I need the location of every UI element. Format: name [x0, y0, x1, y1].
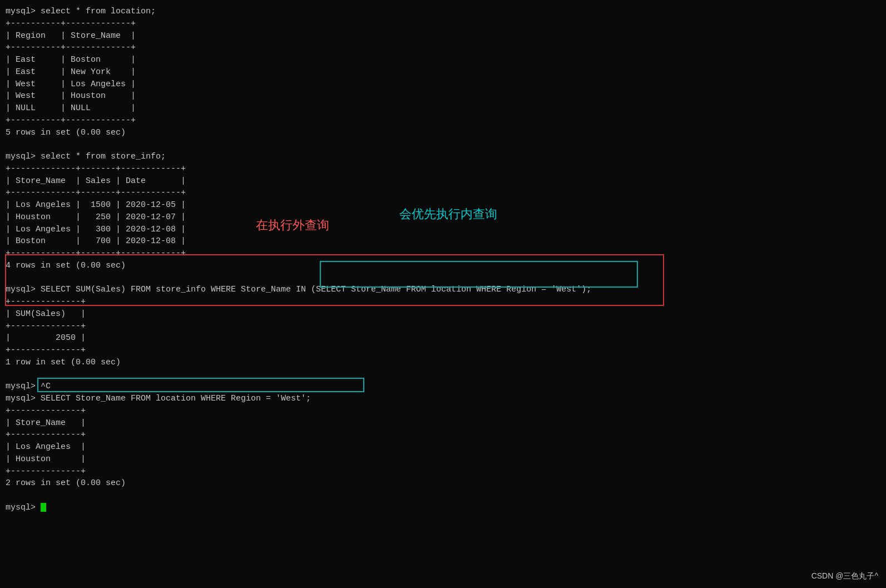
line-33: mysql> SELECT Store_Name FROM location W… — [6, 393, 880, 405]
line-40: 2 rows in set (0.00 sec) — [6, 477, 880, 490]
line-23 — [6, 272, 880, 284]
line-39: +--------------+ — [6, 466, 880, 478]
line-36: +--------------+ — [6, 429, 880, 441]
line-38: | Houston | — [6, 453, 880, 466]
line-35: | Store_Name | — [6, 417, 880, 429]
line-37: | Los Angeles | — [6, 441, 880, 453]
line-21: +-------------+-------+------------+ — [6, 248, 880, 260]
line-10: +----------+-------------+ — [6, 115, 880, 127]
line-20: | Boston | 700 | 2020-12-08 | — [6, 235, 880, 248]
line-27: +--------------+ — [6, 320, 880, 333]
line-32: mysql> ^C — [6, 381, 880, 393]
line-6: | East | New York | — [6, 66, 880, 78]
cursor — [41, 503, 46, 512]
line-8: | West | Houston | — [6, 90, 880, 102]
line-26: | SUM(Sales) | — [6, 308, 880, 320]
line-28: | 2050 | — [6, 332, 880, 344]
line-12 — [6, 139, 880, 151]
line-13: mysql> select * from store_info; — [6, 151, 880, 163]
line-29: +--------------+ — [6, 344, 880, 357]
outer-query-label: 在执行外查询 — [256, 217, 329, 234]
inner-query-label: 会优先执行内查询 — [399, 206, 497, 223]
line-3: | Region | Store_Name | — [6, 30, 880, 42]
terminal: mysql> select * from location; +--------… — [0, 0, 886, 520]
line-1: mysql> select * from location; — [6, 6, 880, 18]
watermark: CSDN @三色丸子^ — [811, 571, 878, 581]
line-15: | Store_Name | Sales | Date | — [6, 175, 880, 187]
line-2: +----------+-------------+ — [6, 18, 880, 30]
line-7: | West | Los Angeles | — [6, 78, 880, 91]
line-24: mysql> SELECT SUM(Sales) FROM store_info… — [6, 284, 880, 296]
line-30: 1 row in set (0.00 sec) — [6, 357, 880, 369]
line-41 — [6, 490, 880, 502]
line-5: | East | Boston | — [6, 54, 880, 66]
line-14: +-------------+-------+------------+ — [6, 163, 880, 175]
line-11: 5 rows in set (0.00 sec) — [6, 127, 880, 139]
line-25: +--------------+ — [6, 296, 880, 308]
line-31 — [6, 369, 880, 381]
line-42: mysql> — [6, 502, 880, 514]
line-4: +----------+-------------+ — [6, 42, 880, 54]
line-16: +-------------+-------+------------+ — [6, 187, 880, 199]
line-9: | NULL | NULL | — [6, 102, 880, 115]
line-22: 4 rows in set (0.00 sec) — [6, 260, 880, 272]
line-19: | Los Angeles | 300 | 2020-12-08 | — [6, 224, 880, 236]
line-34: +--------------+ — [6, 405, 880, 417]
